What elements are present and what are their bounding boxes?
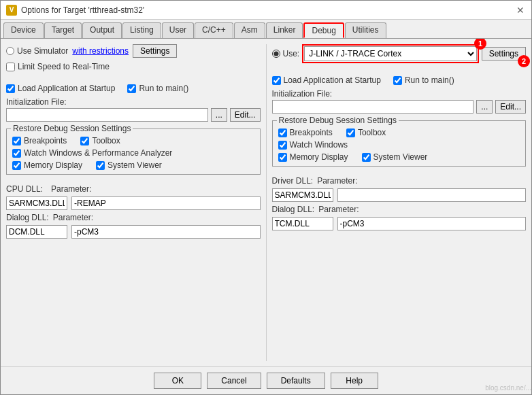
tab-device[interactable]: Device (3, 22, 44, 38)
simulator-label: Use Simulator (17, 46, 68, 56)
tab-listing[interactable]: Listing (122, 22, 161, 38)
right-restore-content: Breakpoints Toolbox Watch Windows (278, 128, 520, 162)
right-init-file-section: Initialization File: ... Edit... (272, 89, 527, 114)
driver-dropdown[interactable]: J-LINK / J-TRACE Cortex (304, 46, 476, 61)
driver-radio[interactable] (272, 50, 280, 58)
tab-utilities[interactable]: Utilities (345, 22, 386, 38)
left-sysviewer-row: System Viewer (96, 160, 162, 170)
right-driver-dll-label: Driver DLL: (272, 176, 314, 186)
right-memory-checkbox[interactable] (278, 153, 287, 162)
panel-divider (266, 44, 267, 361)
left-dialog-param-label: Parameter: (53, 213, 94, 222)
left-panel: Use Simulator with restrictions Settings… (6, 44, 261, 361)
right-driver-param-input[interactable] (337, 188, 527, 202)
left-edit-button[interactable]: Edit... (230, 108, 261, 122)
left-sysviewer-label: System Viewer (107, 160, 162, 170)
left-settings-button[interactable]: Settings (133, 44, 177, 58)
right-breakpoints-checkbox[interactable] (278, 128, 287, 137)
tab-target[interactable]: Target (44, 22, 82, 38)
left-load-app-row: Load Application at Startup (6, 84, 115, 93)
left-breakpoints-checkbox[interactable] (12, 137, 21, 145)
left-restore-content: Breakpoints Toolbox Watch Windows & Perf… (12, 136, 254, 170)
right-watch-row: Watch Windows (278, 140, 520, 150)
left-cpu-param-label: Parameter: (51, 184, 92, 194)
tab-cc[interactable]: C/C++ (195, 22, 233, 38)
right-dots-button[interactable]: ... (476, 100, 493, 114)
ok-button[interactable]: OK (154, 373, 201, 389)
close-button[interactable]: ✕ (515, 5, 526, 16)
right-run-main-checkbox[interactable] (393, 76, 402, 85)
left-cpu-dll-row (6, 196, 261, 210)
simulator-radio[interactable] (6, 47, 14, 55)
driver-dropdown-container: J-LINK / J-TRACE Cortex (302, 44, 478, 63)
left-cpu-dll-input[interactable] (6, 196, 67, 210)
limit-speed-checkbox[interactable] (6, 63, 15, 71)
right-edit-button[interactable]: Edit... (495, 100, 526, 114)
title-bar-left: V Options for Target 'rtthread-stm32' (6, 5, 144, 16)
right-dialog-param-label: Parameter: (318, 205, 359, 214)
right-watch-checkbox[interactable] (278, 141, 287, 150)
defaults-button[interactable]: Defaults (267, 373, 325, 389)
right-toolbox-label: Toolbox (358, 128, 386, 137)
left-toolbox-label: Toolbox (92, 136, 120, 145)
left-dialog-dll-row (6, 225, 261, 239)
tab-output[interactable]: Output (82, 22, 122, 38)
left-memory-checkbox[interactable] (12, 161, 21, 170)
left-radio-row: Use Simulator (6, 46, 68, 56)
left-run-main-checkbox[interactable] (127, 84, 136, 93)
right-group-row-2: Memory Display System Viewer (278, 152, 520, 162)
left-cpu-dll-label: CPU DLL: (6, 184, 47, 194)
tab-user[interactable]: User (162, 22, 194, 38)
left-cpu-param-input[interactable] (71, 196, 261, 210)
cancel-button[interactable]: Cancel (207, 373, 261, 389)
left-watch-label: Watch Windows & Performance Analyzer (24, 148, 172, 158)
left-init-file-input[interactable] (6, 108, 208, 122)
content-area: Use Simulator with restrictions Settings… (1, 39, 531, 366)
right-init-file-input-row: ... Edit... (272, 100, 527, 114)
left-dialog-dll-label: Dialog DLL: (6, 213, 49, 222)
right-dialog-dll-input[interactable] (272, 217, 333, 230)
right-driver-dll-input[interactable] (272, 188, 333, 202)
window-title: Options for Target 'rtthread-stm32' (21, 5, 144, 15)
right-driver-param-label: Parameter: (317, 176, 358, 186)
right-breakpoints-label: Breakpoints (290, 128, 333, 137)
right-run-main-row: Run to main() (393, 75, 454, 85)
left-dialog-dll-input[interactable] (6, 225, 67, 239)
right-toolbox-checkbox[interactable] (346, 128, 355, 137)
bottom-bar: OK Cancel Defaults Help blog.csdn.ne/... (1, 366, 531, 394)
left-dll-section: CPU DLL: Parameter: Dialog DLL: Paramete… (6, 184, 261, 239)
left-toolbox-checkbox[interactable] (80, 137, 89, 145)
left-dots-button[interactable]: ... (211, 108, 227, 122)
tab-asm[interactable]: Asm (234, 22, 265, 38)
right-dialog-dll-label: Dialog DLL: (272, 205, 315, 214)
right-dialog-param-input[interactable] (337, 217, 527, 230)
tab-debug[interactable]: Debug (303, 22, 344, 38)
left-dialog-param-input[interactable] (71, 225, 261, 239)
right-load-row: Load Application at Startup Run to main(… (272, 75, 527, 85)
right-run-main-label: Run to main() (405, 75, 454, 85)
right-toolbox-row: Toolbox (346, 128, 386, 137)
left-init-file-section: Initialization File: ... Edit... (6, 97, 261, 122)
right-restore-group-label: Restore Debug Session Settings (277, 116, 399, 125)
left-run-main-label: Run to main() (139, 84, 188, 93)
left-watch-checkbox[interactable] (12, 149, 21, 158)
left-load-app-label: Load Application at Startup (18, 84, 115, 93)
right-header-row: Use: J-LINK / J-TRACE Cortex Settings 1 … (272, 44, 527, 63)
left-sysviewer-checkbox[interactable] (96, 161, 105, 170)
right-panel: Use: J-LINK / J-TRACE Cortex Settings 1 … (272, 44, 527, 361)
driver-radio-label: Use: (283, 49, 300, 58)
main-window: V Options for Target 'rtthread-stm32' ✕ … (0, 0, 532, 395)
right-load-app-checkbox[interactable] (272, 76, 281, 85)
left-init-file-label: Initialization File: (6, 97, 261, 107)
restrictions-link[interactable]: with restrictions (72, 46, 129, 56)
right-sysviewer-checkbox[interactable] (362, 153, 371, 162)
watermark: blog.csdn.ne/... (485, 384, 531, 392)
right-group-row-1: Breakpoints Toolbox (278, 128, 520, 137)
tab-linker[interactable]: Linker (266, 22, 303, 38)
right-memory-display-label: Memory Display (290, 152, 348, 162)
right-init-file-input[interactable] (272, 100, 474, 114)
help-button[interactable]: Help (331, 373, 378, 389)
left-load-app-checkbox[interactable] (6, 84, 15, 93)
left-breakpoints-label: Breakpoints (24, 136, 67, 145)
right-memory-row: Memory Display (278, 152, 348, 162)
